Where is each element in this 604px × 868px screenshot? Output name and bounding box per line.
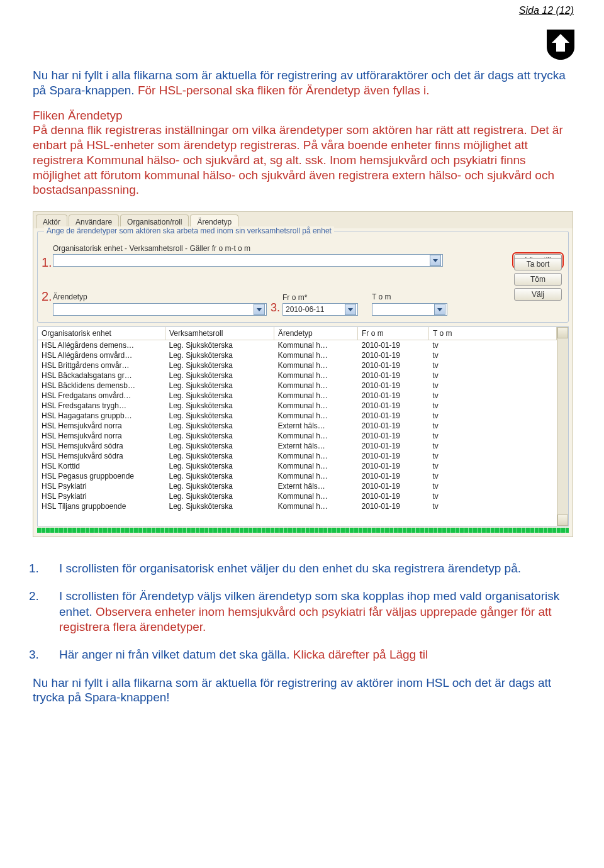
arendetyp-table: Organisatorisk enhet Verksamhetsroll Äre…	[38, 327, 557, 511]
cell-org: HSL Allégårdens omvård…	[38, 350, 165, 360]
cell-tom: tv	[429, 501, 557, 511]
cell-from: 2010-01-19	[358, 350, 429, 360]
cell-tom: tv	[429, 441, 557, 451]
cell-from: 2010-01-19	[358, 471, 429, 481]
tom-button[interactable]: Töm	[514, 273, 562, 286]
cell-org: HSL Fredgatans omvård…	[38, 391, 165, 401]
cell-from: 2010-01-19	[358, 381, 429, 391]
instruction-2-number: 2.	[44, 589, 59, 604]
combo-tom-date[interactable]	[372, 303, 447, 316]
cell-arende: Kommunal h…	[274, 360, 358, 370]
col-tom[interactable]: T o m	[429, 327, 557, 340]
annotation-marker-2: 2.	[42, 289, 52, 304]
table-row[interactable]: HSL Fredgatans omvård…Leg. Sjuksköterska…	[38, 391, 557, 401]
fliken-block: Fliken Ärendetyp På denna flik registrer…	[33, 108, 574, 198]
table-row[interactable]: HSL Hemsjukvård södraLeg. SjuksköterskaK…	[38, 451, 557, 461]
cell-roll: Leg. Sjuksköterska	[165, 360, 274, 370]
cell-from: 2010-01-19	[358, 501, 429, 511]
cell-roll: Leg. Sjuksköterska	[165, 370, 274, 381]
table-row[interactable]: HSL Allégårdens omvård…Leg. Sjukskötersk…	[38, 350, 557, 360]
valj-button[interactable]: Välj	[514, 288, 562, 301]
cell-org: HSL Bäckadalsgatans gr…	[38, 370, 165, 381]
instruction-2: 2.I scrollisten för Ärendetyp väljs vilk…	[59, 589, 574, 635]
cell-org: HSL Fredsgatans trygh…	[38, 401, 165, 411]
chevron-down-icon	[430, 255, 441, 266]
table-row[interactable]: HSL Hemsjukvård södraLeg. SjuksköterskaE…	[38, 441, 557, 451]
instruction-1-number: 1.	[44, 561, 59, 576]
cell-from: 2010-01-19	[358, 441, 429, 451]
cell-arende: Kommunal h…	[274, 340, 358, 351]
combo-org-unit[interactable]	[53, 254, 443, 267]
ta-bort-button[interactable]: Ta bort	[514, 258, 562, 270]
cell-roll: Leg. Sjuksköterska	[165, 461, 274, 471]
cell-org: HSL Brittgårdens omvår…	[38, 360, 165, 370]
cell-from: 2010-01-19	[358, 481, 429, 491]
table-row[interactable]: HSL Allégårdens demens…Leg. Sjukskötersk…	[38, 340, 557, 351]
cell-org: HSL Bäcklidens demensb…	[38, 381, 165, 391]
cell-arende: Externt häls…	[274, 421, 358, 431]
cell-org: HSL Hemsjukvård norra	[38, 431, 165, 441]
label-arendetyp: Ärendetyp	[53, 292, 267, 301]
final-paragraph: Nu har ni fyllt i alla flikarna som är a…	[33, 676, 574, 706]
instruction-2-text-b: Observera enheter inom hemsjukvård och p…	[59, 605, 552, 633]
cell-tom: tv	[429, 391, 557, 401]
table-row[interactable]: HSL Hemsjukvård norraLeg. SjuksköterskaK…	[38, 431, 557, 441]
cell-from: 2010-01-19	[358, 421, 429, 431]
cell-org: HSL Psykiatri	[38, 491, 165, 501]
cell-org: HSL Hemsjukvård norra	[38, 421, 165, 431]
cell-roll: Leg. Sjuksköterska	[165, 491, 274, 501]
combo-arendetyp[interactable]	[53, 303, 267, 316]
cell-tom: tv	[429, 461, 557, 471]
cell-roll: Leg. Sjuksköterska	[165, 340, 274, 351]
cell-org: HSL Hagagatans gruppb…	[38, 411, 165, 421]
table-row[interactable]: HSL Tiljans gruppboendeLeg. Sjukskötersk…	[38, 501, 557, 511]
numbered-instructions: 1.I scrollisten för organisatorisk enhet…	[33, 561, 574, 663]
table-row[interactable]: HSL Brittgårdens omvår…Leg. Sjukskötersk…	[38, 360, 557, 370]
table-row[interactable]: HSL PsykiatriLeg. SjuksköterskaKommunal …	[38, 491, 557, 501]
table-row[interactable]: HSL PsykiatriLeg. SjuksköterskaExternt h…	[38, 481, 557, 491]
table-row[interactable]: HSL Bäckadalsgatans gr…Leg. Sjukskötersk…	[38, 370, 557, 381]
cell-tom: tv	[429, 360, 557, 370]
combo-from-date[interactable]: 2010-06-11	[282, 303, 358, 316]
cell-arende: Kommunal h…	[274, 381, 358, 391]
cell-arende: Kommunal h…	[274, 491, 358, 501]
table-row[interactable]: HSL Hagagatans gruppb…Leg. Sjuksköterska…	[38, 411, 557, 421]
col-roll[interactable]: Verksamhetsroll	[165, 327, 274, 340]
fliken-body: På denna flik registreras inställningar …	[33, 123, 563, 196]
table-row[interactable]: HSL Fredsgatans trygh…Leg. Sjuksköterska…	[38, 401, 557, 411]
cell-from: 2010-01-19	[358, 491, 429, 501]
cell-org: HSL Tiljans gruppboende	[38, 501, 165, 511]
cell-roll: Leg. Sjuksköterska	[165, 441, 274, 451]
annotation-marker-1: 1.	[42, 255, 52, 270]
cell-arende: Kommunal h…	[274, 461, 358, 471]
vertical-scrollbar[interactable]	[557, 327, 568, 526]
cell-tom: tv	[429, 381, 557, 391]
cell-org: HSL Korttid	[38, 461, 165, 471]
cell-arende: Kommunal h…	[274, 350, 358, 360]
cell-from: 2010-01-19	[358, 411, 429, 421]
horizontal-scrollbar[interactable]	[37, 528, 569, 533]
cell-from: 2010-01-19	[358, 370, 429, 381]
table-row[interactable]: HSL KorttidLeg. SjuksköterskaKommunal h……	[38, 461, 557, 471]
cell-roll: Leg. Sjuksköterska	[165, 481, 274, 491]
cell-roll: Leg. Sjuksköterska	[165, 411, 274, 421]
intro-red-text: För HSL-personal ska fliken för Ärendety…	[138, 84, 430, 97]
fliken-heading: Fliken Ärendetyp	[33, 109, 123, 122]
cell-from: 2010-01-19	[358, 360, 429, 370]
cell-roll: Leg. Sjuksköterska	[165, 401, 274, 411]
cell-org: HSL Allégårdens demens…	[38, 340, 165, 351]
cell-arende: Kommunal h…	[274, 451, 358, 461]
cell-tom: tv	[429, 471, 557, 481]
col-arende[interactable]: Ärendetyp	[274, 327, 358, 340]
table-row[interactable]: HSL Bäcklidens demensb…Leg. Sjukskötersk…	[38, 381, 557, 391]
cell-from: 2010-01-19	[358, 401, 429, 411]
from-date-value: 2010-06-11	[286, 305, 342, 314]
table-row[interactable]: HSL Pegasus gruppboendeLeg. Sjukskötersk…	[38, 471, 557, 481]
cell-from: 2010-01-19	[358, 431, 429, 441]
table-row[interactable]: HSL Hemsjukvård norraLeg. SjuksköterskaE…	[38, 421, 557, 431]
col-org[interactable]: Organisatorisk enhet	[38, 327, 165, 340]
cell-tom: tv	[429, 431, 557, 441]
col-from[interactable]: Fr o m	[358, 327, 429, 340]
cell-roll: Leg. Sjuksköterska	[165, 421, 274, 431]
cell-roll: Leg. Sjuksköterska	[165, 501, 274, 511]
